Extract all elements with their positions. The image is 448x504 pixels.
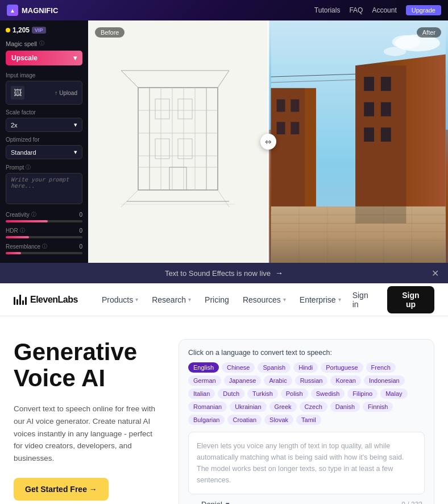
nav-enterprise[interactable]: Enterprise ▾ [294,292,347,308]
svg-rect-32 [364,102,374,117]
faq-link[interactable]: FAQ [349,6,363,14]
voice-dash: — [190,500,198,504]
svg-rect-35 [380,127,391,142]
notification-arrow: → [275,268,283,278]
creativity-row: Creativity ⓘ 0 [6,211,82,218]
resources-chevron-icon: ▾ [283,296,286,303]
demo-text-area[interactable]: Eleven lets you voice any length of text… [188,432,425,494]
optimized-for-select[interactable]: Standard ▾ [6,145,82,159]
lang-tag-turkish[interactable]: Turkish [247,389,278,399]
elevenlabs-nav-auth: Sign in Sign up [347,286,434,313]
signup-button[interactable]: Sign up [387,286,434,313]
lang-tag-dutch[interactable]: Dutch [218,389,244,399]
lang-tag-italian[interactable]: Italian [188,389,215,399]
lang-tag-croatian[interactable]: Croatian [227,415,262,425]
svg-rect-39 [291,100,299,112]
lang-tag-romanian[interactable]: Romanian [188,402,227,412]
lang-tag-danish[interactable]: Danish [330,402,360,412]
hdr-label: HDR ⓘ [6,227,25,234]
input-image-label: Input image [6,72,82,79]
image-upload-area[interactable]: 🖼 ↑ Upload [6,81,82,105]
magnific-logo-text: MAGNIFIC [22,6,58,15]
before-panel: Before [88,20,268,263]
svg-rect-31 [380,77,391,91]
prompt-input[interactable] [6,173,82,204]
credits-count: 1,205 [13,26,30,34]
magnific-logo-icon: ▲ [7,5,18,16]
lang-tag-swedish[interactable]: Swedish [311,389,345,399]
notification-close-button[interactable]: ✕ [432,268,439,279]
lang-tag-ukrainian[interactable]: Ukrainian [230,402,266,412]
lang-tag-hindi[interactable]: Hindi [293,362,318,373]
divider-handle[interactable]: ⇔ [260,134,276,150]
lang-tag-portuguese[interactable]: Portuguese [321,362,363,373]
magnific-nav: Tutorials FAQ Account Upgrade [314,5,441,15]
tutorials-link[interactable]: Tutorials [314,6,341,14]
voice-selector[interactable]: — Daniel ▾ [190,500,230,504]
nav-resources[interactable]: Resources ▾ [237,292,292,308]
voice-chevron-icon: ▾ [226,500,230,504]
creativity-slider[interactable] [6,220,82,222]
svg-rect-52 [355,206,406,224]
sketch-svg [115,53,240,230]
creativity-info-icon: ⓘ [31,211,36,218]
bar-1 [14,297,15,305]
creativity-label: Creativity ⓘ [6,211,36,218]
svg-rect-38 [276,100,285,112]
products-chevron-icon: ▾ [135,296,138,303]
after-panel: After [268,20,449,263]
lang-tag-korean[interactable]: Korean [330,375,360,386]
upscale-button[interactable]: Upscale ▾ [6,51,82,65]
chevron-down-icon: ▾ [74,148,77,156]
lang-tag-french[interactable]: French [366,362,396,373]
lang-tag-indonesian[interactable]: Indonesian [364,375,405,386]
elevenlabs-nav-items: Products ▾ Research ▾ Pricing Resources … [96,292,347,308]
nav-products[interactable]: Products ▾ [96,292,144,308]
nav-pricing[interactable]: Pricing [199,292,235,308]
lang-tag-finnish[interactable]: Finnish [363,402,393,412]
upload-button[interactable]: ↑ Upload [55,90,77,96]
svg-rect-37 [271,88,304,212]
lang-tag-czech[interactable]: Czech [300,402,327,412]
lang-tag-russian[interactable]: Russian [295,375,328,386]
signin-button[interactable]: Sign in [347,287,380,312]
elevenlabs-logo-icon [14,295,27,305]
nav-research[interactable]: Research ▾ [146,292,197,308]
svg-rect-19 [169,167,186,190]
lang-tag-english[interactable]: English [188,362,219,373]
cta-button[interactable]: Get Started Free → [14,478,109,501]
svg-rect-16 [178,99,192,119]
lang-tag-arabic[interactable]: Arabic [264,375,292,386]
bar-5 [25,297,27,305]
lang-tag-filipino[interactable]: Filipino [347,389,378,399]
after-label: After [417,27,441,38]
magnific-logo: ▲ MAGNIFIC [7,5,58,16]
resemblance-slider[interactable] [6,252,82,254]
lang-tag-tamil[interactable]: Tamil [296,415,321,425]
lang-tag-bulgarian[interactable]: Bulgarian [188,415,225,425]
hdr-slider[interactable] [6,236,82,238]
resemblance-row: Resemblance ⓘ 0 [6,243,82,250]
hero-title: Generative Voice AI [14,339,161,391]
upgrade-button[interactable]: Upgrade [406,5,441,15]
lang-tag-slovak[interactable]: Slovak [264,415,293,425]
credits-dot-icon [6,28,10,32]
lang-tag-chinese[interactable]: Chinese [222,362,255,373]
creativity-value: 0 [79,212,82,218]
hero-description: Convert text to speech online for free w… [14,403,161,464]
research-chevron-icon: ▾ [188,296,191,303]
lang-tag-japanese[interactable]: Japanese [224,375,262,386]
elevenlabs-logo[interactable]: ElevenLabs [14,295,78,305]
chevron-down-icon: ▾ [74,121,77,129]
bar-2 [16,299,18,305]
lang-tag-greek[interactable]: Greek [269,402,297,412]
info-icon: ⓘ [39,40,44,47]
scale-factor-select[interactable]: 2x ▾ [6,118,82,132]
account-link[interactable]: Account [372,6,396,14]
voice-name: Daniel [201,500,222,504]
lang-tag-malay[interactable]: Malay [380,389,407,399]
lang-tag-polish[interactable]: Polish [281,389,308,399]
svg-line-11 [218,71,229,88]
lang-tag-spanish[interactable]: Spanish [258,362,291,373]
lang-tag-german[interactable]: German [188,375,221,386]
